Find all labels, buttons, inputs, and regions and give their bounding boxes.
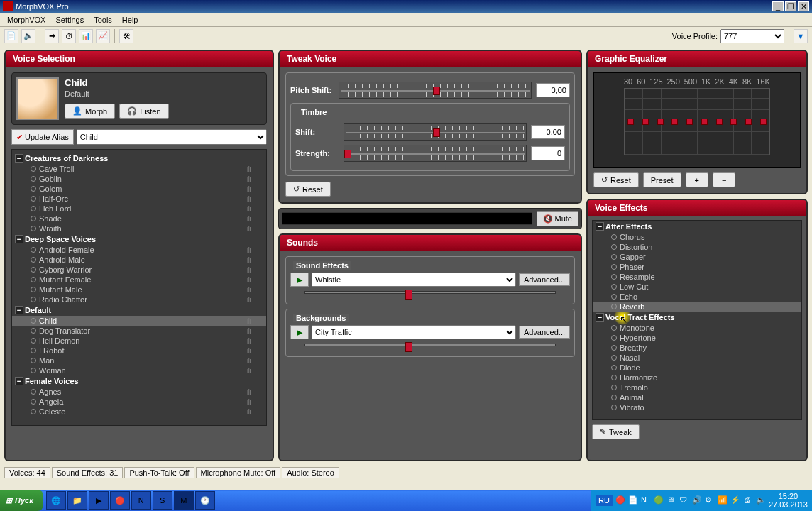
eq-minus-button[interactable]: − [713, 172, 735, 187]
tray-icon[interactable]: ⚙ [705, 495, 715, 505]
effect-item[interactable]: Phaser [593, 262, 801, 272]
menu-tools[interactable]: Tools [94, 16, 112, 24]
effect-item[interactable]: Reverb [593, 302, 801, 312]
eq-band-handle[interactable] [701, 119, 708, 125]
voice-item[interactable]: Android Maleılı [12, 255, 266, 265]
voice-item[interactable]: Android Femaleılı [12, 245, 266, 255]
voice-item[interactable]: Radio Chatterılı [12, 295, 266, 304]
task-clock[interactable]: 🕐 [195, 491, 215, 510]
strength-slider[interactable] [344, 145, 527, 162]
filter-button[interactable]: ▼ [794, 29, 808, 43]
eq-preset-button[interactable]: Preset [643, 172, 681, 187]
tool-btn-5[interactable]: 📊 [79, 29, 93, 43]
eq-band-handle[interactable] [671, 119, 678, 125]
listen-button[interactable]: 🎧Listen [119, 104, 168, 119]
voice-item[interactable]: Mutant Maleılı [12, 285, 266, 295]
eq-band-handle[interactable] [686, 119, 693, 125]
sfx-select[interactable]: Whistle [312, 273, 516, 287]
mute-button[interactable]: 🔇Mute [537, 211, 578, 226]
reset-tweak-button[interactable]: ↺Reset [285, 182, 331, 197]
tray-volume-icon[interactable]: 🔊 [692, 495, 702, 505]
pitch-slider[interactable] [339, 82, 532, 99]
bg-advanced-button[interactable]: Advanced... [519, 326, 570, 339]
voice-item[interactable]: Mutant Femaleılı [12, 275, 266, 285]
voice-profile-select[interactable]: 777 [720, 29, 784, 43]
voice-item[interactable]: Womanılı [12, 366, 266, 375]
shift-slider[interactable] [344, 123, 527, 141]
effect-item[interactable]: Echo [593, 292, 801, 302]
menu-morphvox[interactable]: MorphVOX [7, 16, 45, 24]
voice-item[interactable]: Dog Translatorılı [12, 326, 266, 336]
strength-value[interactable] [531, 146, 565, 160]
eq-band-handle[interactable] [716, 119, 723, 125]
tray-icon[interactable]: 📶 [718, 495, 728, 505]
tool-btn-6[interactable]: 📈 [96, 29, 110, 43]
bg-select[interactable]: City Traffic [312, 325, 516, 339]
task-explorer[interactable]: 📁 [67, 491, 87, 510]
voice-item[interactable]: Wraithılı [12, 224, 266, 233]
bg-volume-slider[interactable] [304, 344, 556, 351]
voice-item[interactable]: Half-Orcılı [12, 194, 266, 204]
eq-band-handle[interactable] [745, 119, 752, 125]
sfx-advanced-button[interactable]: Advanced... [519, 273, 570, 286]
voice-item[interactable]: Lich Lordılı [12, 204, 266, 214]
voice-item[interactable]: Cave Trollılı [12, 164, 266, 174]
tray-icon[interactable]: 🔴 [615, 495, 625, 505]
voice-category[interactable]: Default [12, 304, 266, 316]
effect-item[interactable]: Hypertone [593, 333, 801, 343]
maximize-button[interactable]: ❐ [785, 1, 796, 11]
tool-btn-2[interactable]: 🔈 [21, 29, 35, 43]
voice-item[interactable]: Agnesılı [12, 387, 266, 397]
task-skype[interactable]: S [153, 491, 172, 510]
effect-item[interactable]: Chorus [593, 232, 801, 242]
alias-select[interactable]: Child [77, 129, 267, 145]
voice-category[interactable]: Creatures of Darkness [12, 153, 266, 164]
tray-icon[interactable]: 🟢 [654, 495, 664, 505]
task-ie[interactable]: 🌐 [46, 491, 66, 510]
voice-category[interactable]: Deep Space Voices [12, 233, 266, 245]
effect-item[interactable]: Harmonize [593, 373, 801, 383]
effect-item[interactable]: Breathy [593, 343, 801, 353]
tray-icon[interactable]: 📄 [628, 495, 638, 505]
voice-item[interactable]: Manılı [12, 356, 266, 366]
eq-reset-button[interactable]: ↺Reset [593, 172, 639, 187]
tray-icon[interactable]: N [641, 495, 651, 505]
effect-category[interactable]: After Effects [593, 221, 801, 232]
minimize-button[interactable]: _ [772, 1, 784, 11]
tool-btn-3[interactable]: ➡ [45, 29, 59, 43]
effects-tree[interactable]: ↖ After EffectsChorusDistortionGapperPha… [592, 220, 802, 420]
effect-item[interactable]: Resample [593, 272, 801, 282]
effect-item[interactable]: Diode [593, 363, 801, 373]
voice-item[interactable]: Goblinılı [12, 174, 266, 184]
tray-icon[interactable]: ⚡ [730, 495, 740, 505]
voice-item[interactable]: Angelaılı [12, 397, 266, 407]
voice-item[interactable]: Childılı [12, 316, 266, 326]
update-alias-button[interactable]: ✔Update Alias [11, 129, 74, 145]
effect-item[interactable]: Low Cut [593, 282, 801, 292]
effect-item[interactable]: Vibrato [593, 402, 801, 412]
tray-icon[interactable]: 🖨 [743, 495, 753, 505]
close-button[interactable]: ✕ [798, 1, 809, 11]
morph-button[interactable]: 👤Morph [65, 104, 115, 119]
pitch-value[interactable] [536, 83, 570, 97]
effect-item[interactable]: Monotone [593, 323, 801, 333]
effect-item[interactable]: Tremolo [593, 383, 801, 392]
eq-plus-button[interactable]: + [686, 172, 708, 187]
task-onenote[interactable]: N [131, 491, 151, 510]
effect-item[interactable]: Gapper [593, 252, 801, 262]
voice-item[interactable]: Golemılı [12, 184, 266, 194]
eq-band-handle[interactable] [657, 119, 664, 125]
shift-value[interactable] [531, 125, 565, 139]
effect-item[interactable]: Distortion [593, 242, 801, 252]
voice-item[interactable]: I Robotılı [12, 346, 266, 356]
start-button[interactable]: ⊞Пуск [0, 490, 43, 511]
tool-btn-7[interactable]: 🛠 [119, 29, 133, 43]
play-sfx-button[interactable]: ▶ [290, 273, 309, 287]
voice-tree[interactable]: Creatures of DarknessCave TrollılıGoblin… [11, 149, 267, 426]
tray-icon[interactable]: 🔈 [756, 495, 766, 505]
menu-settings[interactable]: Settings [55, 16, 84, 24]
effect-item[interactable]: Animal [593, 392, 801, 402]
tool-btn-4[interactable]: ⏱ [62, 29, 76, 43]
voice-item[interactable]: Celesteılı [12, 407, 266, 417]
voice-category[interactable]: Female Voices [12, 375, 266, 387]
